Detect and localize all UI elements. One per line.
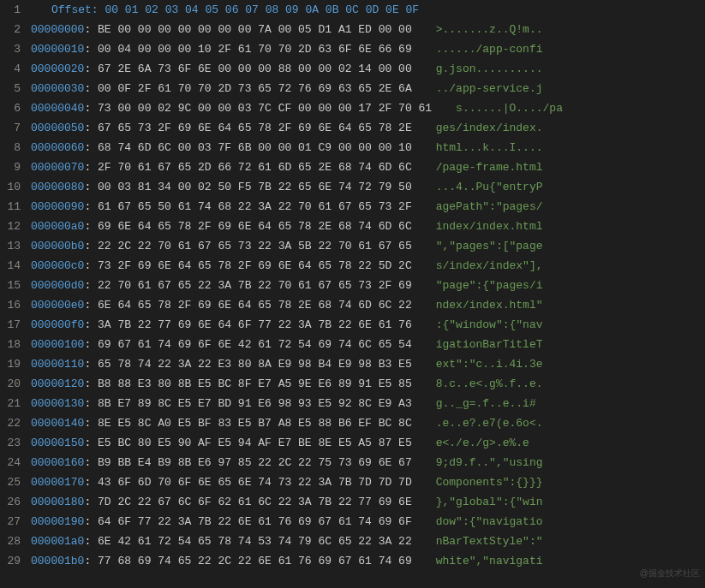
hex-row[interactable]: 00000100: 69 67 61 74 69 6F 6E 42 61 72 … [31, 335, 705, 354]
hex-editor-view: 1234567891011121314151617181920212223242… [0, 0, 705, 588]
offset-cell: 00000070 [31, 157, 84, 177]
line-number: 28 [0, 532, 21, 551]
header-row: Offset: 00 01 02 03 04 05 06 07 08 09 0A… [31, 0, 705, 20]
hex-row[interactable]: 00000080: 00 03 81 34 00 02 50 F5 7B 22 … [31, 177, 705, 197]
offset-cell: 00000110 [31, 354, 84, 374]
bytes-cell[interactable]: 64 6F 77 22 3A 7B 22 6E 61 76 69 67 61 7… [98, 512, 412, 532]
hex-row[interactable]: 00000120: B8 88 E3 80 8B E5 BC 8F E7 A5 … [31, 374, 705, 394]
bytes-cell[interactable]: E5 BC 80 E5 90 AF E5 94 AF E7 BE 8E E5 A… [98, 433, 412, 453]
line-number: 18 [0, 335, 21, 354]
bytes-cell[interactable]: 77 68 69 74 65 22 2C 22 6E 61 76 69 67 6… [98, 551, 412, 571]
colon: : [84, 532, 98, 551]
colon: : [84, 138, 98, 157]
column-headers: 00 01 02 03 04 05 06 07 08 09 0A 0B 0C 0… [105, 3, 419, 16]
bytes-cell[interactable]: 73 00 00 02 9C 00 00 03 7C CF 00 00 00 1… [98, 98, 432, 118]
bytes-cell[interactable]: B8 88 E3 80 8B E5 BC 8F E7 A5 9E E6 89 9… [98, 374, 412, 394]
line-number: 6 [0, 98, 21, 118]
ascii-cell: },"global":{"win [412, 492, 543, 512]
hex-row[interactable]: 00000140: 8E E5 8C A0 E5 BF 83 E5 B7 A8 … [31, 413, 705, 433]
hex-row[interactable]: 00000070: 2F 70 61 67 65 2D 66 72 61 6D … [31, 157, 705, 177]
colon: : [84, 374, 98, 394]
ascii-cell: white","navigati [412, 551, 543, 571]
offset-cell: 00000050 [31, 118, 84, 138]
colon: : [84, 512, 98, 532]
hex-row[interactable]: 00000030: 00 0F 2F 61 70 70 2D 73 65 72 … [31, 79, 705, 98]
ascii-cell: ","pages":["page [412, 236, 543, 256]
colon: : [84, 236, 98, 256]
line-number: 21 [0, 394, 21, 413]
line-number: 23 [0, 433, 21, 453]
colon: : [84, 394, 98, 413]
offset-cell: 000000d0 [31, 276, 84, 295]
line-number: 11 [0, 197, 21, 217]
bytes-cell[interactable]: 8B E7 89 8C E5 E7 BD 91 E6 98 93 E5 92 8… [98, 394, 412, 413]
hex-row[interactable]: 00000180: 7D 2C 22 67 6C 6F 62 61 6C 22 … [31, 492, 705, 512]
bytes-cell[interactable]: 22 2C 22 70 61 67 65 73 22 3A 5B 22 70 6… [98, 236, 412, 256]
line-number: 26 [0, 492, 21, 512]
colon: : [84, 157, 98, 177]
hex-row[interactable]: 000000f0: 3A 7B 22 77 69 6E 64 6F 77 22 … [31, 315, 705, 335]
bytes-cell[interactable]: 65 78 74 22 3A 22 E3 80 8A E9 98 B4 E9 9… [98, 354, 412, 374]
bytes-cell[interactable]: B9 BB E4 B9 8B E6 97 85 22 2C 22 75 73 6… [98, 453, 412, 472]
hex-row[interactable]: 00000010: 00 04 00 00 00 10 2F 61 70 70 … [31, 39, 705, 59]
hex-row[interactable]: 00000170: 43 6F 6D 70 6F 6E 65 6E 74 73 … [31, 472, 705, 492]
bytes-cell[interactable]: 2F 70 61 67 65 2D 66 72 61 6D 65 2E 68 7… [98, 157, 412, 177]
bytes-cell[interactable]: 67 2E 6A 73 6F 6E 00 00 00 88 00 00 02 1… [98, 59, 412, 79]
offset-cell: 00000030 [31, 79, 84, 98]
bytes-cell[interactable]: 6E 42 61 72 54 65 78 74 53 74 79 6C 65 2… [98, 532, 412, 551]
line-number: 15 [0, 276, 21, 295]
hex-row[interactable]: 000000a0: 69 6E 64 65 78 2F 69 6E 64 65 … [31, 217, 705, 236]
offset-cell: 000000e0 [31, 295, 84, 315]
bytes-cell[interactable]: 73 2F 69 6E 64 65 78 2F 69 6E 64 65 78 2… [98, 256, 412, 276]
hex-row[interactable]: 000000c0: 73 2F 69 6E 64 65 78 2F 69 6E … [31, 256, 705, 276]
hex-row[interactable]: 00000190: 64 6F 77 22 3A 7B 22 6E 61 76 … [31, 512, 705, 532]
bytes-cell[interactable]: BE 00 00 00 00 00 00 00 7A 00 05 D1 A1 E… [98, 20, 412, 39]
hex-content[interactable]: Offset: 00 01 02 03 04 05 06 07 08 09 0A… [31, 0, 705, 588]
hex-row[interactable]: 000001b0: 77 68 69 74 65 22 2C 22 6E 61 … [31, 551, 705, 571]
bytes-cell[interactable]: 61 67 65 50 61 74 68 22 3A 22 70 61 67 6… [98, 197, 412, 217]
ascii-cell: Components":{}}} [412, 472, 543, 492]
colon: : [84, 217, 98, 236]
colon: : [84, 413, 98, 433]
bytes-cell[interactable]: 8E E5 8C A0 E5 BF 83 E5 B7 A8 E5 88 B6 E… [98, 413, 412, 433]
line-number: 2 [0, 20, 21, 39]
offset-cell: 00000140 [31, 413, 84, 433]
hex-row[interactable]: 000000b0: 22 2C 22 70 61 67 65 73 22 3A … [31, 236, 705, 256]
ascii-cell: s/index/index"], [412, 256, 543, 276]
ascii-cell: igationBarTitleT [412, 335, 543, 354]
hex-row[interactable]: 00000090: 61 67 65 50 61 74 68 22 3A 22 … [31, 197, 705, 217]
hex-row[interactable]: 00000020: 67 2E 6A 73 6F 6E 00 00 00 88 … [31, 59, 705, 79]
hex-row[interactable]: 00000150: E5 BC 80 E5 90 AF E5 94 AF E7 … [31, 433, 705, 453]
colon: : [84, 98, 98, 118]
bytes-cell[interactable]: 69 67 61 74 69 6F 6E 42 61 72 54 69 74 6… [98, 335, 412, 354]
line-number: 25 [0, 472, 21, 492]
ascii-cell: ndex/index.html" [412, 295, 543, 315]
hex-row[interactable]: 00000050: 67 65 73 2F 69 6E 64 65 78 2F … [31, 118, 705, 138]
hex-row[interactable]: 00000110: 65 78 74 22 3A 22 E3 80 8A E9 … [31, 354, 705, 374]
bytes-cell[interactable]: 69 6E 64 65 78 2F 69 6E 64 65 78 2E 68 7… [98, 217, 412, 236]
colon: : [84, 118, 98, 138]
bytes-cell[interactable]: 00 04 00 00 00 10 2F 61 70 70 2D 63 6F 6… [98, 39, 412, 59]
hex-row[interactable]: 000000d0: 22 70 61 67 65 22 3A 7B 22 70 … [31, 276, 705, 295]
colon: : [84, 472, 98, 492]
bytes-cell[interactable]: 3A 7B 22 77 69 6E 64 6F 77 22 3A 7B 22 6… [98, 315, 412, 335]
bytes-cell[interactable]: 7D 2C 22 67 6C 6F 62 61 6C 22 3A 7B 22 7… [98, 492, 412, 512]
hex-row[interactable]: 00000060: 68 74 6D 6C 00 03 7F 6B 00 00 … [31, 138, 705, 157]
bytes-cell[interactable]: 00 03 81 34 00 02 50 F5 7B 22 65 6E 74 7… [98, 177, 412, 197]
hex-row[interactable]: 00000040: 73 00 00 02 9C 00 00 03 7C CF … [31, 98, 705, 118]
bytes-cell[interactable]: 43 6F 6D 70 6F 6E 65 6E 74 73 22 3A 7B 7… [98, 472, 412, 492]
ascii-cell: html...k...I.... [412, 138, 543, 157]
hex-row[interactable]: 00000000: BE 00 00 00 00 00 00 00 7A 00 … [31, 20, 705, 39]
bytes-cell[interactable]: 67 65 73 2F 69 6E 64 65 78 2F 69 6E 64 6… [98, 118, 412, 138]
colon: : [84, 177, 98, 197]
hex-row[interactable]: 00000130: 8B E7 89 8C E5 E7 BD 91 E6 98 … [31, 394, 705, 413]
bytes-cell[interactable]: 68 74 6D 6C 00 03 7F 6B 00 00 01 C9 00 0… [98, 138, 412, 157]
bytes-cell[interactable]: 00 0F 2F 61 70 70 2D 73 65 72 76 69 63 6… [98, 79, 412, 98]
hex-row[interactable]: 000000e0: 6E 64 65 78 2F 69 6E 64 65 78 … [31, 295, 705, 315]
bytes-cell[interactable]: 22 70 61 67 65 22 3A 7B 22 70 61 67 65 7… [98, 276, 412, 295]
bytes-cell[interactable]: 6E 64 65 78 2F 69 6E 64 65 78 2E 68 74 6… [98, 295, 412, 315]
hex-row[interactable]: 000001a0: 6E 42 61 72 54 65 78 74 53 74 … [31, 532, 705, 551]
offset-cell: 00000000 [31, 20, 84, 39]
ascii-cell: /page-frame.html [412, 157, 543, 177]
hex-row[interactable]: 00000160: B9 BB E4 B9 8B E6 97 85 22 2C … [31, 453, 705, 472]
